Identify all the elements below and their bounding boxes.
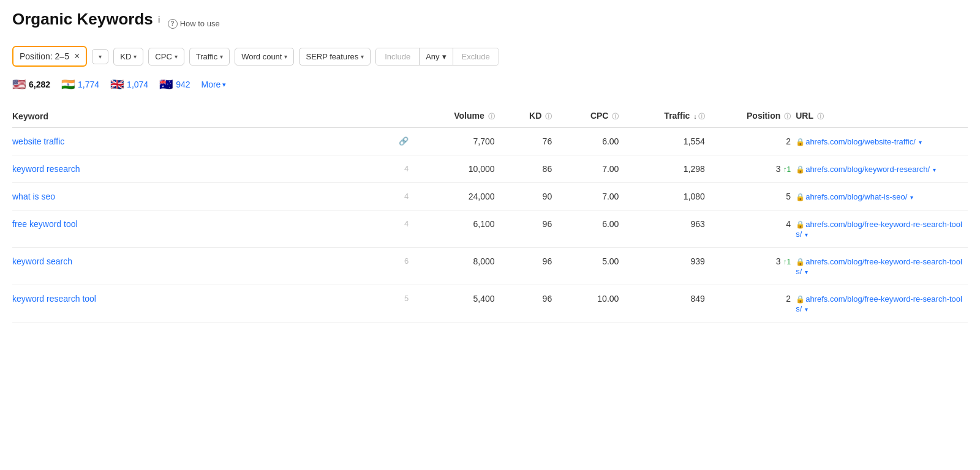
cpc-chevron-icon: ▾ <box>175 53 178 60</box>
col-header-position: Position ⓘ <box>710 105 796 128</box>
kd-label: KD <box>120 52 131 61</box>
lock-icon: 🔒 <box>796 220 805 229</box>
keyword-link[interactable]: keyword search <box>12 256 72 266</box>
url-dropdown-icon[interactable]: ▾ <box>931 166 936 173</box>
include-placeholder[interactable]: Include <box>376 48 420 65</box>
volume-cell: 10,000 <box>413 155 499 183</box>
cpc-cell: 5.00 <box>557 248 624 285</box>
active-filter-label: Position: 2–5 <box>20 51 69 61</box>
position-info-icon[interactable]: ⓘ <box>784 113 791 120</box>
cpc-cell: 6.00 <box>557 211 624 248</box>
country-us[interactable]: 🇺🇸 6,282 <box>12 78 50 91</box>
kd-chevron-icon: ▾ <box>134 53 137 60</box>
col-header-volume: Volume ⓘ <box>413 105 499 128</box>
gb-count: 1,074 <box>127 80 148 89</box>
position-number: 3 <box>776 164 781 174</box>
active-filter-close[interactable]: × <box>74 51 80 62</box>
position-cell: 2 <box>710 285 796 323</box>
keyword-badge: 🔗 <box>375 128 413 155</box>
volume-info-icon[interactable]: ⓘ <box>488 113 495 120</box>
word-count-label: Word count <box>241 52 282 61</box>
url-link[interactable]: ahrefs.com/blog/free-keyword-re-search-t… <box>796 257 962 276</box>
volume-cell: 6,100 <box>413 211 499 248</box>
url-cell: 🔒ahrefs.com/blog/website-traffic/ ▾ <box>796 128 968 155</box>
cpc-cell: 10.00 <box>557 285 624 323</box>
exclude-placeholder[interactable]: Exclude <box>453 48 499 65</box>
cpc-label: CPC <box>155 52 172 61</box>
position-cell: 3 ↑1 <box>710 155 796 183</box>
traffic-cell: 939 <box>624 248 709 285</box>
url-link[interactable]: ahrefs.com/blog/free-keyword-re-search-t… <box>796 294 962 313</box>
traffic-label: Traffic <box>196 52 217 61</box>
url-dropdown-icon[interactable]: ▾ <box>908 194 913 201</box>
serp-features-filter-btn[interactable]: SERP features ▾ <box>299 48 371 65</box>
table-header-row: Keyword Volume ⓘ KD ⓘ CPC ⓘ Traffic ↓ⓘ P… <box>12 105 968 128</box>
url-dropdown-icon[interactable]: ▾ <box>803 269 808 275</box>
keyword-link[interactable]: free keyword tool <box>12 219 78 229</box>
word-count-filter-btn[interactable]: Word count ▾ <box>235 48 294 65</box>
position-cell: 5 <box>710 183 796 211</box>
url-dropdown-icon[interactable]: ▾ <box>803 231 808 238</box>
filter-dropdown-arrow-btn[interactable]: ▾ <box>92 49 108 64</box>
gb-flag-icon: 🇬🇧 <box>110 78 124 91</box>
keyword-link[interactable]: keyword research tool <box>12 294 96 304</box>
url-link[interactable]: ahrefs.com/blog/free-keyword-re-search-t… <box>796 220 962 239</box>
table-row: keyword search68,000965.009393 ↑1🔒ahrefs… <box>12 248 968 285</box>
cpc-cell: 6.00 <box>557 128 624 155</box>
cpc-filter-btn[interactable]: CPC ▾ <box>148 48 184 65</box>
include-exclude-group: Include Any ▾ Exclude <box>375 48 499 65</box>
url-dropdown-icon[interactable]: ▾ <box>803 306 808 313</box>
us-flag-icon: 🇺🇸 <box>12 78 26 91</box>
how-to-use-link[interactable]: ? How to use <box>168 19 220 29</box>
traffic-sort-arrow-icon[interactable]: ↓ <box>693 113 697 120</box>
kd-cell: 86 <box>500 155 557 183</box>
more-countries-btn[interactable]: More ▾ <box>202 80 227 89</box>
au-count: 942 <box>176 80 190 89</box>
keyword-badge: 6 <box>375 248 413 285</box>
traffic-chevron-icon: ▾ <box>220 53 223 60</box>
url-info-icon[interactable]: ⓘ <box>817 113 824 120</box>
question-icon: ? <box>168 19 178 29</box>
col-header-badge <box>375 105 413 128</box>
url-dropdown-icon[interactable]: ▾ <box>917 139 922 146</box>
traffic-info-icon[interactable]: ⓘ <box>698 113 705 120</box>
volume-cell: 24,000 <box>413 183 499 211</box>
any-dropdown-btn[interactable]: Any ▾ <box>420 48 453 65</box>
active-position-filter[interactable]: Position: 2–5 × <box>12 46 87 67</box>
kd-info-icon[interactable]: ⓘ <box>545 113 552 120</box>
how-to-use-label: How to use <box>180 19 220 28</box>
country-in[interactable]: 🇮🇳 1,774 <box>61 78 99 91</box>
serp-features-label: SERP features <box>306 52 358 61</box>
traffic-cell: 1,554 <box>624 128 709 155</box>
lock-icon: 🔒 <box>796 295 805 304</box>
page-title: Organic Keywords i <box>12 10 160 29</box>
position-number: 3 <box>776 256 781 266</box>
country-gb[interactable]: 🇬🇧 1,074 <box>110 78 148 91</box>
keyword-badge: 4 <box>375 155 413 183</box>
country-au[interactable]: 🇦🇺 942 <box>159 78 190 91</box>
au-flag-icon: 🇦🇺 <box>159 78 173 91</box>
col-header-traffic: Traffic ↓ⓘ <box>624 105 709 128</box>
kd-cell: 96 <box>500 285 557 323</box>
lock-icon: 🔒 <box>796 138 805 146</box>
table-row: free keyword tool46,100966.009634🔒ahrefs… <box>12 211 968 248</box>
volume-cell: 8,000 <box>413 248 499 285</box>
more-label: More <box>202 80 221 89</box>
kd-cell: 96 <box>500 248 557 285</box>
col-header-cpc: CPC ⓘ <box>557 105 624 128</box>
traffic-filter-btn[interactable]: Traffic ▾ <box>189 48 230 65</box>
url-link[interactable]: ahrefs.com/blog/what-is-seo/ <box>805 192 907 201</box>
keyword-link[interactable]: keyword research <box>12 164 80 174</box>
keyword-link[interactable]: what is seo <box>12 192 55 201</box>
position-change-icon: ↑1 <box>783 258 791 266</box>
title-text: Organic Keywords <box>12 10 153 29</box>
table-row: website traffic🔗7,700766.001,5542🔒ahrefs… <box>12 128 968 155</box>
col-header-kd: KD ⓘ <box>500 105 557 128</box>
title-info-icon[interactable]: i <box>158 15 160 24</box>
cpc-info-icon[interactable]: ⓘ <box>612 113 619 120</box>
kd-filter-btn[interactable]: KD ▾ <box>113 48 143 65</box>
traffic-cell: 963 <box>624 211 709 248</box>
keyword-link[interactable]: website traffic <box>12 136 64 146</box>
url-link[interactable]: ahrefs.com/blog/website-traffic/ <box>805 137 916 146</box>
url-link[interactable]: ahrefs.com/blog/keyword-research/ <box>805 165 930 174</box>
